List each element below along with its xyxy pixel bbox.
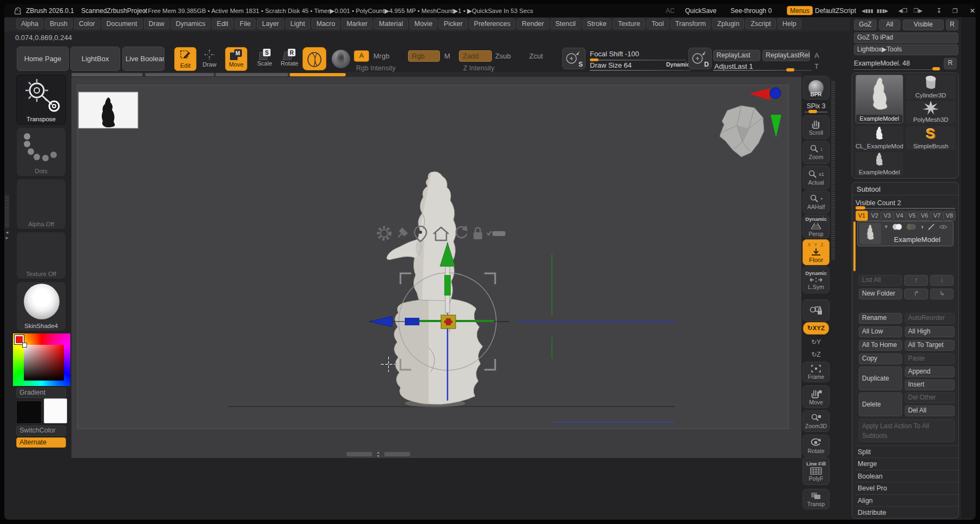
menus-button[interactable]: Menus xyxy=(787,6,813,15)
left-tray-arrows[interactable]: ◂▸ xyxy=(4,230,10,240)
menu-document[interactable]: Document xyxy=(102,18,142,29)
visibility-eye-icon[interactable] xyxy=(939,224,948,230)
actual-size-button[interactable]: x1 Actual xyxy=(803,166,830,189)
main-color-swatch[interactable] xyxy=(16,401,42,424)
subtool-item[interactable]: ▼ ◑ ExampleModel xyxy=(857,221,953,246)
tool-slider-handle[interactable] xyxy=(932,67,940,70)
scroll-button[interactable]: Scroll xyxy=(803,115,830,139)
subtool-tab-v3[interactable]: V3 xyxy=(881,211,893,221)
all-to-home-button[interactable]: All To Home xyxy=(859,340,902,351)
tray-up-icon[interactable]: ▲ xyxy=(374,450,383,454)
canvas-tray-arrows[interactable]: ▲ ▼ xyxy=(374,450,383,458)
dock-right-icon[interactable]: ❐▶ xyxy=(913,4,923,17)
action-merge[interactable]: Merge xyxy=(856,457,958,470)
delete-button[interactable]: Delete xyxy=(859,392,902,416)
lightbox-button[interactable]: LightBox xyxy=(70,47,120,71)
apply-last-action-button[interactable]: Apply Last Action To All Subtools xyxy=(859,419,955,442)
subtool-list-scrollbar[interactable] xyxy=(853,221,856,271)
all-to-target-button[interactable]: All To Target xyxy=(905,340,955,351)
move-to-folder-button[interactable]: ↱ xyxy=(904,289,928,299)
r-button[interactable]: R xyxy=(946,19,958,30)
menu-preferences[interactable]: Preferences xyxy=(469,18,515,29)
tray-tab[interactable] xyxy=(215,73,288,76)
secondary-color-swatch[interactable] xyxy=(44,398,67,423)
stroke-dots-tool[interactable]: Dots xyxy=(16,127,66,176)
alternate-button[interactable]: Alternate xyxy=(16,437,66,448)
subtool-tab-v1[interactable]: V1 xyxy=(856,211,868,221)
copy-button[interactable]: Copy xyxy=(859,353,902,364)
menu-movie[interactable]: Movie xyxy=(410,18,437,29)
secondary-material-sphere[interactable] xyxy=(332,50,350,68)
menu-texture[interactable]: Texture xyxy=(613,18,645,29)
replay-last-button[interactable]: ReplayLast xyxy=(713,50,760,61)
lightbox-tools-button[interactable]: Lightbox▶Tools xyxy=(854,44,958,55)
home-page-button[interactable]: Home Page xyxy=(17,47,69,71)
menu-marker[interactable]: Marker xyxy=(341,18,372,29)
del-other-button[interactable]: Del Other xyxy=(905,392,955,403)
current-material-button[interactable] xyxy=(302,47,326,70)
window-close-icon[interactable]: ✕ xyxy=(970,4,975,17)
canvas-bottom-tray[interactable] xyxy=(346,452,372,456)
menu-light[interactable]: Light xyxy=(286,18,310,29)
persp-button[interactable]: Dynamic Persp xyxy=(803,215,830,238)
menu-tool[interactable]: Tool xyxy=(647,18,669,29)
menu-transform[interactable]: Transform xyxy=(670,18,711,29)
default-zscript-button[interactable]: DefaultZScript xyxy=(815,4,856,17)
adjust-last-handle[interactable] xyxy=(786,68,794,71)
subtool-tab-v2[interactable]: V2 xyxy=(869,211,881,221)
move-into-button[interactable]: ↳ xyxy=(930,289,953,299)
all-high-button[interactable]: All High xyxy=(905,326,955,337)
duplicate-button[interactable]: Duplicate xyxy=(859,366,902,390)
menu-color[interactable]: Color xyxy=(74,18,100,29)
append-button[interactable]: Append xyxy=(905,366,955,377)
all-button[interactable]: All xyxy=(879,19,900,30)
menu-brush[interactable]: Brush xyxy=(45,18,73,29)
zadd-button[interactable]: Zadd xyxy=(459,50,492,62)
tray-tab[interactable] xyxy=(145,73,214,76)
floor-axes-label[interactable]: X Y Z xyxy=(808,242,825,247)
window-restore-icon[interactable]: ❐ xyxy=(952,4,958,17)
tool-thumb-simplebrush[interactable]: S SimpleBrush xyxy=(906,126,956,150)
local-symmetry-button[interactable]: Dynamic L.Sym xyxy=(803,266,830,293)
visible-button[interactable]: Visible xyxy=(903,19,944,30)
subtool-tab-v8[interactable]: V8 xyxy=(943,211,956,221)
action-split[interactable]: Split xyxy=(856,446,958,458)
menu-help[interactable]: Help xyxy=(778,18,801,29)
right-tray-scrollbar[interactable] xyxy=(831,81,835,260)
tool-thumb-polymesh3d[interactable]: PolyMesh3D xyxy=(906,101,956,123)
quicksave-button[interactable]: QuickSave xyxy=(685,4,716,17)
paste-button[interactable]: Paste xyxy=(905,353,955,364)
gyro-xyz-button[interactable]: ↻XYZ xyxy=(803,322,829,335)
tool-slider[interactable]: ExampleModel. 48 xyxy=(854,57,942,70)
goz-button[interactable]: GoZ xyxy=(854,19,877,30)
action-distribute[interactable]: Distribute xyxy=(856,506,958,519)
adjust-last-slider[interactable]: AdjustLast 1 xyxy=(714,62,753,70)
texture-selector[interactable]: Texture Off xyxy=(16,232,66,279)
aa-half-button[interactable]: ▪ AAHalf xyxy=(803,191,830,214)
list-all-button[interactable]: List All xyxy=(859,275,902,286)
rgb-button[interactable]: Rgb xyxy=(408,50,440,62)
paint-brush-icon[interactable] xyxy=(927,224,936,230)
z-intensity-slider[interactable]: Z Intensity xyxy=(463,64,495,72)
replay-brush-button[interactable]: D xyxy=(688,48,712,69)
subtool-tab-v6[interactable]: V6 xyxy=(918,211,931,221)
spix-slider[interactable]: SPix 3 xyxy=(803,101,830,110)
rgb-intensity-slider[interactable]: Rgb Intensity xyxy=(356,64,396,72)
live-boolean-button[interactable]: Live Boolean xyxy=(122,47,165,71)
camera-lock-button[interactable] xyxy=(803,299,830,321)
insert-button[interactable]: Insert xyxy=(905,379,955,390)
tool-thumb-examplemodel-2[interactable]: ExampleModel xyxy=(856,152,903,176)
menu-stroke[interactable]: Stroke xyxy=(582,18,611,29)
rotate-view-button[interactable]: Rotate xyxy=(803,435,830,456)
left-tray-scrollbar[interactable] xyxy=(5,195,9,227)
menu-dynamics[interactable]: Dynamics xyxy=(171,18,211,29)
subtool-dropdown-icon[interactable]: ▼ xyxy=(884,224,889,230)
zsub-label[interactable]: Zsub xyxy=(495,52,511,60)
subtool-tab-v4[interactable]: V4 xyxy=(893,211,906,221)
canvas-bottom-tray[interactable] xyxy=(384,452,410,456)
m-label[interactable]: M xyxy=(444,52,450,60)
floor-button[interactable]: X Y Z Floor xyxy=(803,239,830,265)
spix-handle[interactable] xyxy=(808,110,817,113)
color-picker-sv-square[interactable] xyxy=(24,345,64,381)
bpr-render-button[interactable]: BPR xyxy=(803,76,830,100)
